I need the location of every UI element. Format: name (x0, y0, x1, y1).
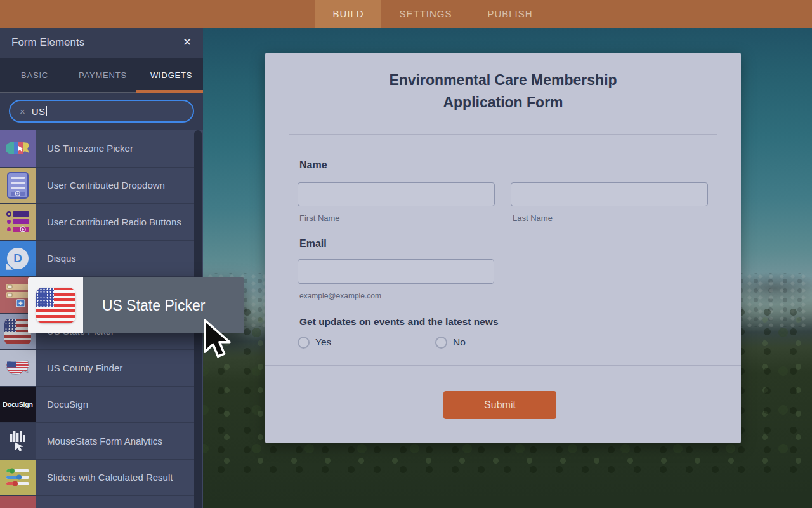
text-caret (46, 106, 48, 116)
last-name-sublabel: Last Name (513, 213, 553, 223)
list-item-user-contributed-radio-buttons[interactable]: User Contributed Radio Buttons (0, 203, 194, 240)
tab-build[interactable]: BUILD (315, 0, 381, 28)
form-title[interactable]: Environmental Care Membership Applicatio… (351, 69, 655, 114)
radio-buttons-icon (0, 204, 36, 240)
us-timezone-map-icon (0, 130, 36, 167)
list-item-user-contributed-dropdown[interactable]: User Contributed Dropdown (0, 167, 194, 204)
list-item-label: User Contributed Radio Buttons (36, 204, 194, 240)
list-item-sliders-with-calculated-result[interactable]: Sliders with Calculated Result (0, 459, 194, 496)
calculator-icon (0, 496, 36, 508)
docusign-logo-icon: DocuSign (0, 387, 36, 423)
search-value: US (32, 106, 46, 117)
header-divider (289, 134, 717, 135)
updates-question-label[interactable]: Get updates on events and the latest new… (299, 316, 499, 328)
us-flag-icon (36, 288, 75, 323)
tab-settings[interactable]: SETTINGS (391, 0, 461, 28)
panel-tabs: BASIC PAYMENTS WIDGETS (0, 58, 203, 93)
list-item-label (36, 496, 194, 508)
tab-basic[interactable]: BASIC (21, 58, 48, 92)
footer-divider (265, 365, 741, 366)
tab-widgets[interactable]: WIDGETS (150, 58, 192, 92)
sliders-icon (0, 460, 36, 496)
form-preview-card: Environmental Care Membership Applicatio… (265, 53, 741, 443)
drag-ghost-label: US State Picker (102, 297, 205, 314)
first-name-input[interactable] (298, 182, 495, 206)
clear-search-icon[interactable]: × (20, 106, 25, 117)
list-item-docusign[interactable]: DocuSign DocuSign (0, 386, 194, 423)
list-item-label: US County Finder (36, 350, 194, 386)
last-name-input[interactable] (511, 182, 708, 206)
list-item-label: MouseStats Form Analytics (36, 423, 194, 459)
email-sublabel: example@example.com (299, 291, 381, 300)
name-field-label[interactable]: Name (299, 159, 327, 171)
list-item-us-timezone-picker[interactable]: US Timezone Picker (0, 130, 194, 167)
app-window: BUILD SETTINGS PUBLISH Environmental Car… (0, 0, 812, 508)
us-flag-map-icon (0, 350, 36, 386)
list-item-disqus[interactable]: D Disqus (0, 240, 194, 277)
list-item-us-county-finder[interactable]: US County Finder (0, 349, 194, 386)
list-item-label: Sliders with Calculated Result (36, 460, 194, 496)
first-name-sublabel: First Name (299, 213, 340, 223)
list-item-label: User Contributed Dropdown (36, 168, 194, 204)
list-item-label: US Timezone Picker (36, 130, 194, 167)
tab-publish[interactable]: PUBLISH (480, 0, 540, 28)
radio-no[interactable] (435, 337, 447, 349)
list-item-label: Disqus (36, 241, 194, 277)
panel-header: Form Elements ✕ (0, 28, 203, 58)
email-input[interactable] (298, 259, 494, 284)
list-item-mousestats-form-analytics[interactable]: MouseStats Form Analytics (0, 422, 194, 459)
radio-yes-label[interactable]: Yes (315, 337, 331, 348)
list-item-partial[interactable] (0, 495, 194, 508)
email-field-label[interactable]: Email (299, 238, 327, 250)
form-elements-panel: Form Elements ✕ BASIC PAYMENTS WIDGETS ×… (0, 28, 203, 508)
disqus-bubble-icon: D (0, 241, 36, 277)
search-input[interactable]: × US (9, 100, 194, 123)
dropdown-list-icon (0, 168, 36, 204)
radio-no-label[interactable]: No (453, 337, 466, 348)
submit-button[interactable]: Submit (443, 391, 556, 419)
bar-chart-cursor-icon (0, 423, 36, 459)
radio-yes[interactable] (298, 337, 310, 349)
mouse-cursor-icon (202, 319, 233, 362)
search-area: × US (0, 93, 203, 130)
drag-ghost-icon-box (28, 277, 83, 333)
top-navigation-bar: BUILD SETTINGS PUBLISH (0, 0, 812, 28)
tab-payments[interactable]: PAYMENTS (79, 58, 127, 92)
close-icon[interactable]: ✕ (180, 36, 194, 50)
panel-title: Form Elements (11, 36, 84, 49)
list-item-label: DocuSign (36, 387, 194, 423)
